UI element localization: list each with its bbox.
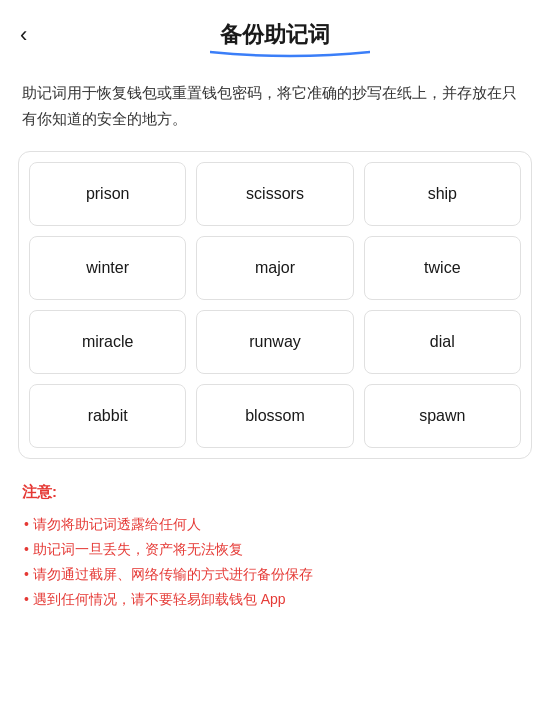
mnemonic-word: prison	[29, 162, 186, 226]
title-wrapper: 备份助记词	[220, 20, 330, 50]
mnemonic-word: major	[196, 236, 353, 300]
mnemonic-word: ship	[364, 162, 521, 226]
back-button[interactable]: ‹	[20, 22, 27, 48]
mnemonic-word: twice	[364, 236, 521, 300]
notice-list: 请勿将助记词透露给任何人助记词一旦丢失，资产将无法恢复请勿通过截屏、网络传输的方…	[22, 512, 528, 613]
mnemonic-grid: prisonscissorsshipwintermajortwicemiracl…	[29, 162, 521, 448]
notice-item: 遇到任何情况，请不要轻易卸载钱包 App	[22, 587, 528, 612]
mnemonic-word: blossom	[196, 384, 353, 448]
mnemonic-word: dial	[364, 310, 521, 374]
mnemonic-word: winter	[29, 236, 186, 300]
notice-item: 助记词一旦丢失，资产将无法恢复	[22, 537, 528, 562]
mnemonic-word: scissors	[196, 162, 353, 226]
notice-item: 请勿将助记词透露给任何人	[22, 512, 528, 537]
notice-item: 请勿通过截屏、网络传输的方式进行备份保存	[22, 562, 528, 587]
page-title: 备份助记词	[220, 22, 330, 47]
title-underline-decoration	[210, 46, 370, 60]
mnemonic-grid-wrapper: prisonscissorsshipwintermajortwicemiracl…	[18, 151, 532, 459]
notice-title: 注意:	[22, 483, 528, 502]
mnemonic-word: spawn	[364, 384, 521, 448]
mnemonic-word: rabbit	[29, 384, 186, 448]
notice-section: 注意: 请勿将助记词透露给任何人助记词一旦丢失，资产将无法恢复请勿通过截屏、网络…	[0, 459, 550, 633]
mnemonic-word: miracle	[29, 310, 186, 374]
mnemonic-word: runway	[196, 310, 353, 374]
description-text: 助记词用于恢复钱包或重置钱包密码，将它准确的抄写在纸上，并存放在只有你知道的安全…	[0, 60, 550, 151]
header: ‹ 备份助记词	[0, 0, 550, 60]
